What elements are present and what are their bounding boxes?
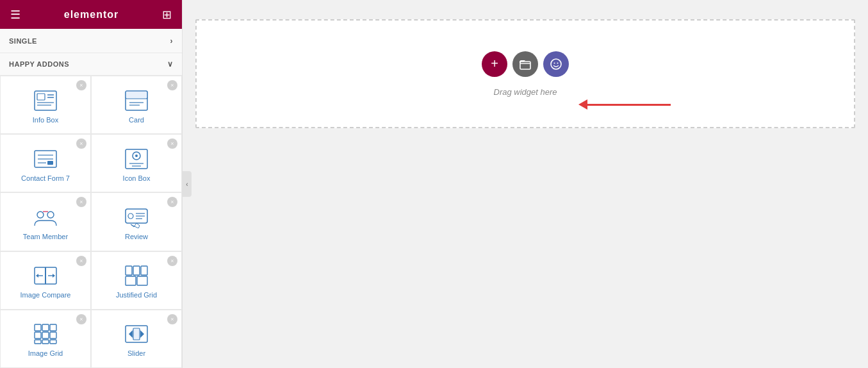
svg-rect-7: [126, 91, 147, 99]
main-canvas: + Drag widget here: [183, 0, 868, 368]
widget-remove-btn[interactable]: ×: [167, 80, 177, 90]
svg-point-17: [135, 155, 138, 157]
arrow-indicator: [580, 99, 671, 110]
team-member-icon: [33, 206, 58, 229]
svg-rect-52: [133, 328, 140, 340]
collapse-arrow-icon: ‹: [186, 181, 188, 188]
widget-review[interactable]: × Review: [91, 192, 182, 251]
svg-marker-32: [36, 274, 38, 278]
add-widget-button[interactable]: +: [482, 51, 507, 77]
widget-slider[interactable]: × Slider: [91, 310, 182, 368]
info-box-label: Info Box: [33, 116, 58, 124]
svg-rect-38: [126, 276, 136, 285]
widget-remove-btn[interactable]: ×: [76, 314, 86, 324]
app-title: elementor: [64, 9, 119, 21]
arrow-head-icon: [578, 99, 587, 110]
happy-templates-button[interactable]: [543, 51, 569, 77]
svg-marker-50: [129, 330, 133, 338]
svg-rect-41: [42, 324, 49, 331]
widget-remove-btn[interactable]: ×: [76, 80, 86, 90]
widget-remove-btn[interactable]: ×: [167, 197, 177, 207]
svg-rect-36: [133, 266, 140, 275]
widget-remove-btn[interactable]: ×: [167, 256, 177, 266]
svg-marker-28: [131, 223, 140, 228]
sidebar-header: ☰ elementor ⊞: [0, 0, 182, 29]
drop-zone[interactable]: + Drag widget here: [195, 19, 855, 128]
widget-card[interactable]: × Card: [91, 76, 182, 134]
widget-icon-box[interactable]: × Icon Box: [91, 134, 182, 192]
single-arrow-icon: ›: [170, 37, 174, 46]
widget-justified-grid[interactable]: × Justified Grid: [91, 251, 182, 310]
image-compare-label: Image Compare: [20, 291, 71, 299]
sidebar: ☰ elementor ⊞ SINGLE › HAPPY ADDONS ∨ ×: [0, 0, 183, 368]
review-label: Review: [125, 233, 148, 240]
grid-icon[interactable]: ⊞: [162, 8, 172, 22]
svg-point-20: [37, 212, 44, 218]
svg-rect-43: [35, 332, 41, 339]
happy-addons-header[interactable]: HAPPY ADDONS ∨: [0, 53, 182, 76]
svg-rect-14: [47, 161, 53, 165]
svg-point-24: [128, 213, 133, 219]
arrow-line: [587, 104, 671, 106]
icon-box-icon: [124, 147, 149, 171]
card-icon: [124, 89, 149, 112]
contact-form-label: Contact Form 7: [21, 174, 70, 182]
widget-contact-form[interactable]: × Contact Form 7: [0, 134, 91, 192]
single-bar[interactable]: SINGLE ›: [0, 29, 182, 53]
card-label: Card: [129, 116, 144, 124]
image-grid-label: Image Grid: [28, 349, 63, 357]
svg-marker-51: [140, 330, 144, 338]
justified-grid-icon: [124, 264, 149, 287]
template-button[interactable]: [512, 51, 538, 77]
svg-point-55: [554, 62, 555, 63]
svg-rect-45: [50, 332, 56, 339]
drop-zone-controls: +: [482, 51, 569, 77]
svg-rect-40: [35, 324, 41, 331]
svg-rect-1: [37, 94, 45, 100]
image-grid-icon: [33, 322, 58, 346]
widget-image-grid[interactable]: × Image Grid: [0, 310, 91, 368]
svg-point-56: [557, 62, 559, 63]
info-box-icon: [33, 89, 58, 112]
svg-point-21: [47, 212, 54, 218]
widget-remove-btn[interactable]: ×: [76, 197, 86, 207]
widget-team-member[interactable]: × Team Member: [0, 192, 91, 251]
widget-info-box[interactable]: × Info Box: [0, 76, 91, 134]
svg-marker-34: [53, 274, 55, 278]
svg-point-54: [551, 59, 561, 69]
team-member-label: Team Member: [23, 233, 68, 240]
justified-grid-label: Justified Grid: [116, 291, 157, 299]
chevron-down-icon: ∨: [167, 60, 174, 69]
drop-zone-label: Drag widget here: [494, 87, 557, 97]
svg-rect-53: [520, 62, 530, 69]
review-icon: [124, 206, 149, 229]
widget-image-compare[interactable]: × Image Compare: [0, 251, 91, 310]
svg-rect-47: [42, 340, 49, 344]
svg-rect-44: [42, 332, 49, 339]
svg-rect-35: [126, 266, 132, 275]
widget-remove-btn[interactable]: ×: [167, 314, 177, 324]
icon-box-label: Icon Box: [123, 174, 151, 182]
widget-remove-btn[interactable]: ×: [76, 138, 86, 149]
slider-icon: [124, 322, 149, 346]
image-compare-icon: [33, 264, 58, 287]
svg-rect-46: [35, 340, 41, 344]
sidebar-collapse-handle[interactable]: ‹: [183, 171, 192, 197]
svg-rect-37: [141, 266, 147, 275]
svg-rect-42: [50, 324, 56, 331]
widget-remove-btn[interactable]: ×: [76, 256, 86, 266]
svg-rect-48: [50, 340, 56, 344]
svg-rect-39: [137, 276, 147, 285]
single-label: SINGLE: [9, 37, 37, 45]
happy-addons-label: HAPPY ADDONS: [9, 60, 69, 68]
widgets-grid: × Info Box ×: [0, 76, 182, 368]
hamburger-icon[interactable]: ☰: [10, 8, 20, 22]
widget-remove-btn[interactable]: ×: [167, 138, 177, 149]
contact-form-icon: [33, 147, 58, 171]
slider-label: Slider: [127, 349, 145, 357]
